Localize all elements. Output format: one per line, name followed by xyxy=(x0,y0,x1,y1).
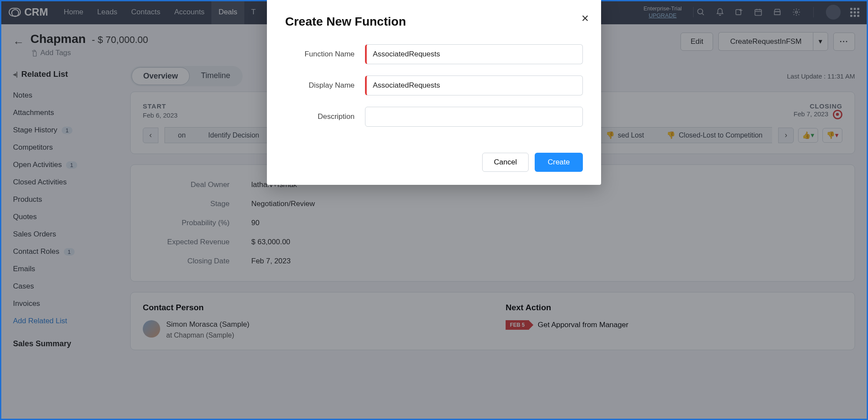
close-icon[interactable]: ✕ xyxy=(581,13,589,24)
description-input[interactable] xyxy=(365,107,583,127)
create-function-modal: ✕ Create New Function Function Name Disp… xyxy=(267,0,601,185)
modal-title: Create New Function xyxy=(285,15,583,29)
create-button[interactable]: Create xyxy=(535,153,583,172)
display-name-label: Display Name xyxy=(285,81,355,90)
cancel-button[interactable]: Cancel xyxy=(482,153,529,172)
function-name-label: Function Name xyxy=(285,50,355,59)
display-name-input[interactable] xyxy=(365,75,583,95)
function-name-input[interactable] xyxy=(365,44,583,64)
description-label: Description xyxy=(285,112,355,121)
